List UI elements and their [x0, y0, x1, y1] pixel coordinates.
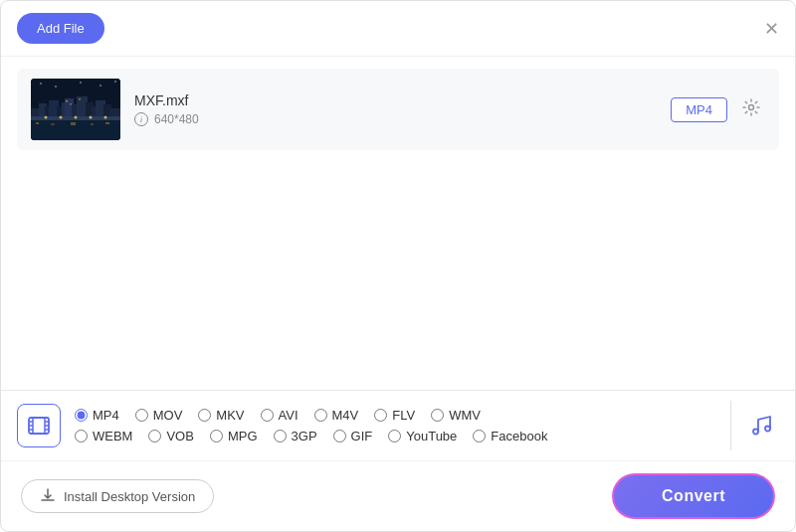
radio-webm[interactable] — [75, 430, 88, 443]
format-option-vob[interactable]: VOB — [148, 429, 193, 443]
radio-mkv[interactable] — [198, 409, 211, 422]
radio-mov[interactable] — [135, 409, 148, 422]
label-m4v: M4V — [332, 408, 359, 423]
file-actions: MP4 — [671, 93, 765, 126]
format-option-avi[interactable]: AVI — [261, 408, 298, 423]
label-facebook: Facebook — [491, 429, 547, 443]
radio-flv[interactable] — [374, 409, 387, 422]
label-webm: WEBM — [93, 429, 132, 443]
svg-rect-33 — [66, 100, 68, 102]
svg-rect-34 — [70, 103, 72, 105]
file-name: MXF.mxf — [134, 92, 657, 108]
radio-m4v[interactable] — [314, 409, 327, 422]
install-label: Install Desktop Version — [64, 489, 195, 504]
format-option-facebook[interactable]: Facebook — [473, 429, 547, 443]
format-divider — [730, 401, 731, 450]
format-option-m4v[interactable]: M4V — [314, 408, 359, 423]
svg-point-32 — [114, 81, 116, 83]
format-option-webm[interactable]: WEBM — [75, 429, 132, 443]
svg-point-31 — [100, 85, 101, 87]
add-file-button[interactable]: Add File — [17, 13, 104, 44]
radio-facebook[interactable] — [473, 430, 486, 443]
settings-button[interactable] — [737, 93, 765, 126]
format-option-mkv[interactable]: MKV — [198, 408, 244, 423]
svg-point-36 — [749, 104, 754, 109]
radio-gif[interactable] — [333, 430, 346, 443]
convert-button[interactable]: Convert — [612, 473, 775, 519]
format-option-youtube[interactable]: YouTube — [388, 429, 457, 443]
svg-point-23 — [45, 116, 48, 119]
format-option-mpg[interactable]: MPG — [210, 429, 258, 443]
format-option-gif[interactable]: GIF — [333, 429, 373, 443]
label-gif: GIF — [351, 429, 373, 443]
radio-mp4[interactable] — [75, 409, 88, 422]
svg-rect-18 — [51, 123, 55, 125]
svg-point-47 — [765, 427, 770, 432]
footer: Install Desktop Version Convert — [1, 460, 795, 531]
format-option-mp4[interactable]: MP4 — [75, 408, 119, 423]
label-mpg: MPG — [228, 429, 258, 443]
format-options: MP4 MOV MKV AVI M4V — [75, 408, 718, 443]
audio-format-icon[interactable] — [743, 408, 779, 443]
format-bar: MP4 MOV MKV AVI M4V — [1, 390, 795, 460]
format-row-2: WEBM VOB MPG 3GP GIF — [75, 429, 718, 443]
file-resolution: 640*480 — [154, 112, 199, 126]
svg-rect-19 — [71, 122, 76, 125]
label-mkv: MKV — [216, 408, 244, 423]
svg-rect-17 — [36, 122, 39, 124]
svg-point-26 — [90, 116, 93, 119]
app-container: Add File ✕ — [0, 0, 796, 532]
radio-mpg[interactable] — [210, 430, 223, 443]
format-badge-button[interactable]: MP4 — [671, 97, 727, 122]
radio-avi[interactable] — [261, 409, 274, 422]
svg-point-24 — [60, 116, 63, 119]
video-format-icon[interactable] — [17, 404, 61, 447]
label-wmv: WMV — [449, 408, 481, 423]
format-option-wmv[interactable]: WMV — [431, 408, 481, 423]
file-item: MXF.mxf i 640*480 MP4 — [17, 69, 779, 150]
info-icon: i — [134, 112, 148, 126]
file-thumbnail — [31, 79, 120, 140]
label-3gp: 3GP — [292, 429, 317, 443]
label-flv: FLV — [392, 408, 415, 423]
svg-point-30 — [80, 82, 82, 84]
radio-3gp[interactable] — [274, 430, 287, 443]
file-meta: i 640*480 — [134, 112, 657, 126]
radio-vob[interactable] — [148, 430, 161, 443]
radio-youtube[interactable] — [388, 430, 401, 443]
svg-rect-35 — [79, 98, 81, 100]
svg-rect-21 — [105, 122, 109, 124]
svg-point-27 — [104, 116, 107, 119]
top-bar: Add File ✕ — [1, 1, 795, 57]
install-desktop-button[interactable]: Install Desktop Version — [21, 479, 214, 513]
file-list: MXF.mxf i 640*480 MP4 — [1, 57, 795, 390]
label-avi: AVI — [279, 408, 298, 423]
format-row-1: MP4 MOV MKV AVI M4V — [75, 408, 718, 423]
svg-point-29 — [55, 86, 57, 88]
radio-wmv[interactable] — [431, 409, 444, 422]
format-option-mov[interactable]: MOV — [135, 408, 183, 423]
file-info: MXF.mxf i 640*480 — [134, 92, 657, 126]
svg-point-25 — [75, 116, 78, 119]
label-youtube: YouTube — [406, 429, 457, 443]
label-mov: MOV — [153, 408, 183, 423]
format-option-3gp[interactable]: 3GP — [274, 429, 317, 443]
svg-point-46 — [753, 430, 758, 435]
close-button[interactable]: ✕ — [764, 20, 779, 38]
svg-point-28 — [40, 83, 42, 85]
label-mp4: MP4 — [93, 408, 119, 423]
svg-rect-20 — [91, 123, 94, 125]
format-option-flv[interactable]: FLV — [374, 408, 415, 423]
download-icon — [40, 488, 56, 504]
label-vob: VOB — [166, 429, 193, 443]
